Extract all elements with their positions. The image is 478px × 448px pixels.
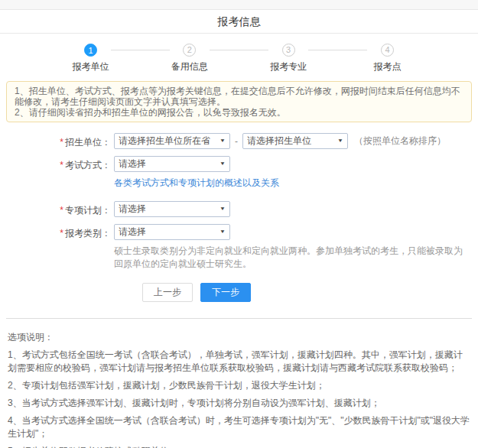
required-asterisk: * xyxy=(60,205,63,216)
note-item-4: 4、当考试方式选择全国统一考试（含联合考试）时，考生可选择专项计划为"无"、"少… xyxy=(8,414,470,440)
warning-notice: 1、招生单位、考试方式、报考点等为报考关键信息，在提交信息后不允许修改，网报时间… xyxy=(6,81,472,122)
category-help-text: 硕士生录取类别分为非定向就业和定向就业两种。参加单独考试的考生，只能被录取为回原… xyxy=(114,245,467,271)
special-plan-select[interactable]: 请选择 ▼ xyxy=(114,201,230,217)
note-item-2: 2、专项计划包括强军计划，援藏计划，少数民族骨干计划，退役大学生计划； xyxy=(8,379,470,392)
exam-method-label: 考试方式： xyxy=(65,160,111,170)
step-connector xyxy=(111,50,170,50)
form-actions: 上一步 下一步 xyxy=(142,283,478,302)
registration-page: 报考信息 1 报考单位 2 备用信息 3 报考专业 4 报考点 1、招生单位、考… xyxy=(0,0,478,448)
notice-line-1: 1、招生单位、考试方式、报考点等为报考关键信息，在提交信息后不允许修改，网报时间… xyxy=(15,86,463,107)
required-asterisk: * xyxy=(60,228,63,239)
registration-form: *招生单位： 请选择招生单位所在省（ ▼ - 请选择招生单位 ▼ （按照单位名称… xyxy=(0,122,478,302)
required-asterisk: * xyxy=(60,160,63,170)
step-3-label: 报考专业 xyxy=(270,60,307,73)
step-1-unit: 1 报考单位 xyxy=(71,44,111,73)
step-indicator: 1 报考单位 2 备用信息 3 报考专业 4 报考点 xyxy=(71,34,408,73)
chevron-down-icon: ▼ xyxy=(219,138,226,144)
step-4-circle: 4 xyxy=(381,44,394,57)
form-row-exam-method: *考试方式： 请选择 ▼ 各类考试方式和专项计划的概述以及关系 xyxy=(0,156,478,194)
step-2-backup-info: 2 备用信息 xyxy=(170,44,210,73)
notes-title: 选项说明： xyxy=(8,331,470,344)
step-3-major: 3 报考专业 xyxy=(268,44,308,73)
form-row-category: *报考类别： 请选择 ▼ 硕士生录取类别分为非定向就业和定向就业两种。参加单独考… xyxy=(0,224,478,271)
unit-label: 招生单位： xyxy=(65,137,111,148)
page-title: 报考信息 xyxy=(0,10,478,34)
chevron-down-icon: ▼ xyxy=(337,138,343,144)
step-1-label: 报考单位 xyxy=(73,60,109,73)
chevron-down-icon: ▼ xyxy=(219,229,226,235)
exam-method-select[interactable]: 请选择 ▼ xyxy=(114,156,230,172)
special-plan-label: 专项计划： xyxy=(65,205,111,216)
step-connector xyxy=(210,50,268,50)
notice-line-2: 2、请仔细阅读省招办和招生单位的网报公告，以免导致报名无效。 xyxy=(15,107,463,118)
unit-province-select[interactable]: 请选择招生单位所在省（ ▼ xyxy=(114,133,230,149)
step-2-circle: 2 xyxy=(183,44,196,57)
form-row-unit: *招生单位： 请选择招生单位所在省（ ▼ - 请选择招生单位 ▼ （按照单位名称… xyxy=(0,133,478,149)
required-asterisk: * xyxy=(60,137,63,148)
step-2-label: 备用信息 xyxy=(171,60,208,73)
step-4-exam-site: 4 报考点 xyxy=(367,44,407,73)
note-item-1: 1、考试方式包括全国统一考试（含联合考试），单独考试，强军计划，援藏计划四种。其… xyxy=(8,349,470,375)
note-item-3: 3、当考试方式选择强军计划、援藏计划时，专项计划将分别自动设为强军计划、援藏计划… xyxy=(8,397,470,410)
chevron-down-icon: ▼ xyxy=(219,206,226,212)
select-separator: - xyxy=(235,136,238,147)
exam-method-overview-link[interactable]: 各类考试方式和专项计划的概述以及关系 xyxy=(114,177,279,190)
unit-select[interactable]: 请选择招生单位 ▼ xyxy=(242,133,348,149)
step-3-circle: 3 xyxy=(282,44,295,57)
unit-sort-hint: （按照单位名称排序） xyxy=(354,135,446,148)
step-1-circle: 1 xyxy=(84,44,97,57)
previous-step-button[interactable]: 上一步 xyxy=(142,283,193,302)
chevron-down-icon: ▼ xyxy=(219,161,226,167)
note-item-5: 5、招生单位即欲报考的院校或科研单位； xyxy=(8,445,470,448)
step-connector xyxy=(308,50,367,50)
next-step-button[interactable]: 下一步 xyxy=(200,283,251,302)
step-4-label: 报考点 xyxy=(373,60,401,73)
form-row-special-plan: *专项计划： 请选择 ▼ xyxy=(0,201,478,217)
top-strip xyxy=(0,0,478,10)
category-label: 报考类别： xyxy=(65,228,111,239)
option-instructions: 选项说明： 1、考试方式包括全国统一考试（含联合考试），单独考试，强军计划，援藏… xyxy=(0,319,478,448)
category-select[interactable]: 请选择 ▼ xyxy=(114,224,230,240)
